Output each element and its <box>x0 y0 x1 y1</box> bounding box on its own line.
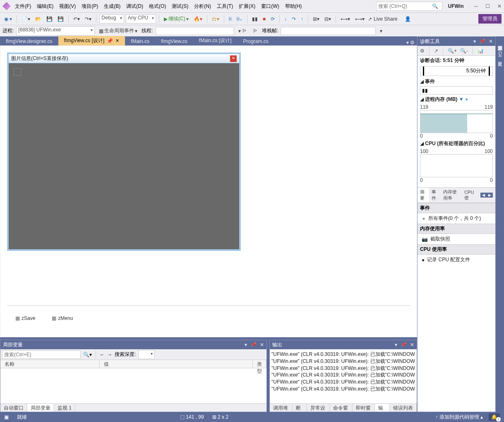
step-over-button[interactable]: ↷ <box>290 15 298 23</box>
menu-test[interactable]: 测试(S) <box>169 1 191 12</box>
search-icon[interactable]: 🔍 <box>430 3 440 9</box>
liveshare-button[interactable]: ↗ Live Share <box>368 16 397 22</box>
dropdown-icon[interactable]: ▾ <box>473 38 476 44</box>
menu-format[interactable]: 格式(O) <box>146 1 168 12</box>
tab-watch1[interactable]: 监视 1 <box>54 404 75 412</box>
tray-zsave[interactable]: zSave <box>15 315 35 321</box>
col-name[interactable]: 名称 <box>0 360 100 368</box>
form-close-icon[interactable]: ✕ <box>230 55 237 62</box>
restart-button[interactable]: ⟳ <box>269 15 276 23</box>
save-all-button[interactable]: 💾 <box>56 15 65 23</box>
nav-fwd-icon[interactable]: → <box>107 352 112 358</box>
timeline[interactable]: 5:50分钟 <box>420 66 493 76</box>
events-chart[interactable]: ▮▮ <box>420 86 493 95</box>
memory-header[interactable]: ◢ 进程内存 (MB) ▼ ● <box>418 95 495 104</box>
output-pane-icon[interactable]: ▣ <box>4 414 9 420</box>
menu-edit[interactable]: 编辑(E) <box>34 1 56 12</box>
feedback-icon[interactable]: 👤 <box>403 15 413 23</box>
tab-output[interactable]: 输出 <box>375 404 390 412</box>
step-button[interactable]: ⎘ <box>227 15 233 23</box>
design-form[interactable]: 图片信息(Ctrl+S直接保存) ✕ <box>7 52 241 251</box>
nav-back-icon[interactable]: ← <box>100 352 105 358</box>
scroll-left-icon[interactable]: ◀ <box>480 193 487 198</box>
tab-events[interactable]: 事件 <box>429 188 441 203</box>
tab-cpuuse[interactable]: CPU 使 <box>462 188 478 202</box>
tab-fimgview-cs[interactable]: fImgView.cs <box>155 37 193 45</box>
close-icon[interactable]: ✕ <box>410 342 414 348</box>
new-item-button[interactable]: 📄▾ <box>20 15 32 23</box>
tab-errorlist[interactable]: 错误列表 ... <box>390 404 417 412</box>
tab-locals[interactable]: 局部变量 <box>27 404 54 412</box>
tab-callstack[interactable]: 调用堆栈 <box>270 404 293 412</box>
tab-fmain-design[interactable]: fMain.cs [设计] <box>193 36 238 45</box>
minimize-icon[interactable]: ─ <box>474 3 478 9</box>
redo-button[interactable]: ↷▾ <box>83 15 93 23</box>
zoomin-icon[interactable]: 🔍+ <box>448 48 457 54</box>
events-row[interactable]: ⚬ 所有事件(0 个，共 0 个) <box>418 213 495 224</box>
tab-memuse[interactable]: 内存使用率 <box>441 188 462 203</box>
cpu-chart[interactable] <box>420 154 493 177</box>
menu-help[interactable]: 帮助(H) <box>283 1 305 12</box>
flag1-icon[interactable]: ▾ 🏳 <box>237 27 249 35</box>
open-button[interactable]: 📂 <box>34 15 43 23</box>
browse-button[interactable]: 🗀▾ <box>210 15 221 23</box>
spacing-button[interactable]: ⟷▾ <box>339 15 352 23</box>
close-icon[interactable]: ✕ <box>489 38 493 44</box>
step2-button[interactable]: ⎘▾ <box>235 15 244 23</box>
platform-combo[interactable]: Any CPU <box>126 14 156 24</box>
search-input[interactable] <box>377 3 430 9</box>
sf-down-icon[interactable]: ▾ <box>378 27 384 35</box>
process-combo[interactable]: [68836] UFWin.exe <box>16 26 95 36</box>
locals-search-input[interactable] <box>2 350 81 359</box>
tab-fmain-cs[interactable]: fMain.cs <box>125 37 155 45</box>
search-go-icon[interactable]: 🔍▾ <box>83 352 92 358</box>
maximize-icon[interactable]: ☐ <box>485 3 490 9</box>
scroll-right-icon[interactable]: ▶ <box>487 193 493 198</box>
tab-fimgview-design[interactable]: fImgView.cs [设计]📌✕ <box>58 36 125 45</box>
spacing2-button[interactable]: ⟷▾ <box>353 15 366 23</box>
tabs-overflow-icon[interactable]: ▾ ⚙ <box>404 40 417 45</box>
close-icon[interactable]: ✕ <box>497 3 502 9</box>
menu-project[interactable]: 项目(P) <box>79 1 101 12</box>
continue-button[interactable]: ▶ 继续(C) ▾ <box>162 14 190 23</box>
gear-icon[interactable]: ⚙ <box>420 48 425 54</box>
flag2-icon[interactable]: 🏳 <box>251 27 259 35</box>
snapshot-row[interactable]: 📷 截取快照 <box>418 234 495 244</box>
save-button[interactable]: 💾 <box>45 15 54 23</box>
dropdown-icon[interactable]: ▾ <box>395 342 397 348</box>
menu-analyze[interactable]: 分析(N) <box>192 1 214 12</box>
tab-immediate[interactable]: 即时窗口 <box>353 404 375 412</box>
pause-button[interactable]: ▮▮ <box>250 15 259 23</box>
select-tool-icon[interactable]: ↗ <box>434 48 438 54</box>
navigate-back-button[interactable]: ◉ ▾ <box>2 15 14 23</box>
align-button[interactable]: ⊞▾ <box>311 15 321 23</box>
tab-command[interactable]: 命令窗口 <box>330 404 353 412</box>
search-box[interactable]: 🔍 <box>376 2 442 11</box>
tab-program-cs[interactable]: Program.cs <box>238 37 274 45</box>
col-value[interactable]: 值 <box>100 360 253 368</box>
align2-button[interactable]: ⊟▾ <box>323 15 333 23</box>
stop-button[interactable]: ■ <box>261 15 267 23</box>
menu-file[interactable]: 文件(F) <box>12 1 34 12</box>
cpu-record-row[interactable]: ● 记录 CPU 配置文件 <box>418 255 495 265</box>
tab-breakpoints[interactable]: 断点 <box>293 404 307 412</box>
hot-reload-button[interactable]: 🔥▾ <box>192 15 204 23</box>
step-into-button[interactable]: ↓ <box>283 15 288 23</box>
tab-autos[interactable]: 自动窗口 <box>0 404 27 412</box>
menu-extensions[interactable]: 扩展(X) <box>236 1 258 12</box>
step-out-button[interactable]: ↑ <box>299 15 305 23</box>
tab-exceptions[interactable]: 异常设置 <box>307 404 330 412</box>
picturebox-placeholder[interactable] <box>14 68 21 76</box>
sidetab-git-changes[interactable]: Git 更改 <box>496 49 504 61</box>
dropdown-icon[interactable]: ▾ <box>245 342 247 348</box>
cpu-header[interactable]: ◢ CPU (所有处理器的百分比) <box>418 139 495 148</box>
memory-chart[interactable] <box>420 110 493 133</box>
col-type[interactable]: 类型 <box>253 360 266 368</box>
output-body[interactable]: "UFWin.exe" (CLR v4.0.30319: UFWin.exe):… <box>270 349 417 403</box>
pin-icon[interactable]: 📌 <box>479 38 485 44</box>
menu-view[interactable]: 视图(V) <box>57 1 78 12</box>
pin-icon[interactable]: 📌 <box>401 342 407 348</box>
tab-close-icon[interactable]: ✕ <box>115 38 119 43</box>
pin-icon[interactable]: 📌 <box>107 38 113 44</box>
notifications-icon[interactable]: 🔔 <box>489 413 500 421</box>
